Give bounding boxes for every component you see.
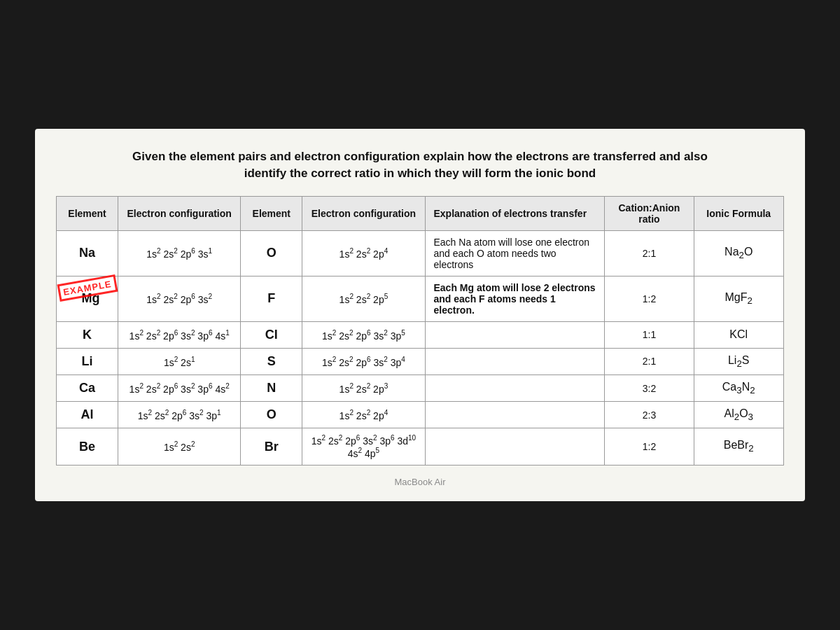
config-n: 1s2 2s2 2p3 (302, 375, 425, 402)
macbook-bar: MacBook Air (56, 477, 784, 487)
element-cl: Cl (241, 321, 302, 348)
config-o: 1s2 2s2 2p4 (302, 230, 425, 276)
element-s: S (241, 348, 302, 374)
ratio-k: 1:1 (605, 321, 694, 348)
table-row: Be 1s2 2s2 Br 1s2 2s2 2p6 3s2 3p6 3d10 4… (57, 428, 784, 465)
ratio-li: 2:1 (605, 348, 694, 374)
header-ratio: Cation:Anion ratio (605, 196, 694, 230)
config-be: 1s2 2s2 (118, 428, 241, 465)
config-li: 1s2 2s1 (118, 348, 241, 374)
element-ca: Ca (57, 375, 118, 402)
formula-k: KCl (694, 321, 784, 348)
element-na: Na (57, 230, 118, 276)
element-mg: EXAMPLE Mg (57, 276, 118, 321)
config-br: 1s2 2s2 2p6 3s2 3p6 3d10 4s2 4p5 (302, 428, 425, 465)
element-li: Li (57, 348, 118, 374)
table-row: Na 1s2 2s2 2p6 3s1 O 1s2 2s2 2p4 Each Na… (57, 230, 784, 276)
formula-al: Al2O3 (694, 402, 784, 428)
ratio-na: 2:1 (605, 230, 694, 276)
element-be: Be (57, 428, 118, 465)
element-al: Al (57, 402, 118, 428)
formula-na: Na2O (694, 230, 784, 276)
config-k: 1s2 2s2 2p6 3s2 3p6 4s1 (118, 321, 241, 348)
header-config2: Electron configuration (302, 196, 425, 230)
ratio-mg: 1:2 (605, 276, 694, 321)
ratio-be: 1:2 (605, 428, 694, 465)
config-mg: 1s2 2s2 2p6 3s2 (118, 276, 241, 321)
element-br: Br (241, 428, 302, 465)
explanation-li (425, 348, 605, 374)
table-row: Al 1s2 2s2 2p6 3s2 3p1 O 1s2 2s2 2p4 2:3… (57, 402, 784, 428)
header-element1: Element (57, 196, 118, 230)
element-o: O (241, 230, 302, 276)
config-al: 1s2 2s2 2p6 3s2 3p1 (118, 402, 241, 428)
config-f: 1s2 2s2 2p5 (302, 276, 425, 321)
header-formula: Ionic Formula (694, 196, 784, 230)
main-table: Element Electron configuration Element E… (56, 196, 784, 465)
ratio-al: 2:3 (605, 402, 694, 428)
explanation-ca (425, 375, 605, 402)
explanation-be (425, 428, 605, 465)
config-s: 1s2 2s2 2p6 3s2 3p4 (302, 348, 425, 374)
formula-li: Li2S (694, 348, 784, 374)
element-k: K (57, 321, 118, 348)
table-row: EXAMPLE Mg 1s2 2s2 2p6 3s2 F 1s2 2s2 2p5… (57, 276, 784, 321)
ratio-ca: 3:2 (605, 375, 694, 402)
page-title: Given the element pairs and electron con… (56, 148, 784, 182)
explanation-k (425, 321, 605, 348)
element-f: F (241, 276, 302, 321)
formula-ca: Ca3N2 (694, 375, 784, 402)
element-o2: O (241, 402, 302, 428)
formula-mg: MgF2 (694, 276, 784, 321)
table-row: Li 1s2 2s1 S 1s2 2s2 2p6 3s2 3p4 2:1 Li2… (57, 348, 784, 374)
header-config1: Electron configuration (118, 196, 241, 230)
table-row: K 1s2 2s2 2p6 3s2 3p6 4s1 Cl 1s2 2s2 2p6… (57, 321, 784, 348)
table-row: Ca 1s2 2s2 2p6 3s2 3p6 4s2 N 1s2 2s2 2p3… (57, 375, 784, 402)
config-o2: 1s2 2s2 2p4 (302, 402, 425, 428)
element-n: N (241, 375, 302, 402)
config-ca: 1s2 2s2 2p6 3s2 3p6 4s2 (118, 375, 241, 402)
config-na: 1s2 2s2 2p6 3s1 (118, 230, 241, 276)
explanation-na: Each Na atom will lose one electron and … (425, 230, 605, 276)
page-container: Given the element pairs and electron con… (35, 129, 805, 500)
explanation-al (425, 402, 605, 428)
explanation-mg: Each Mg atom will lose 2 electrons and e… (425, 276, 605, 321)
header-element2: Element (241, 196, 302, 230)
formula-be: BeBr2 (694, 428, 784, 465)
header-explanation: Explanation of electrons transfer (425, 196, 605, 230)
config-cl: 1s2 2s2 2p6 3s2 3p5 (302, 321, 425, 348)
